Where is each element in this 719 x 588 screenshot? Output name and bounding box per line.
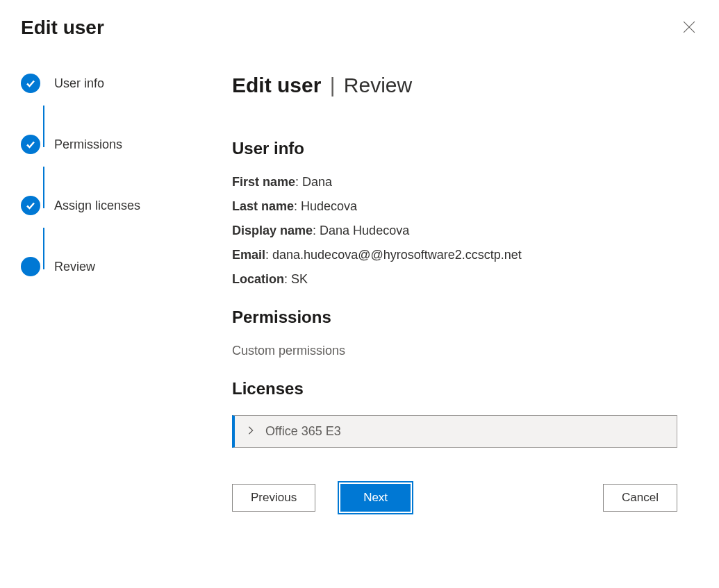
step-completed-icon bbox=[21, 196, 40, 215]
field-value: Dana bbox=[302, 175, 332, 189]
field-location: Location: SK bbox=[232, 272, 677, 287]
main-content: Edit user | Review User info First name:… bbox=[215, 74, 698, 512]
step-label: User info bbox=[54, 76, 104, 91]
close-icon bbox=[683, 21, 695, 36]
chevron-right-icon bbox=[246, 424, 265, 439]
step-connector bbox=[43, 228, 44, 269]
step-connector bbox=[43, 106, 44, 147]
field-value: Hudecova bbox=[301, 199, 357, 213]
step-completed-icon bbox=[21, 135, 40, 154]
next-button[interactable]: Next bbox=[340, 484, 411, 512]
license-name: Office 365 E3 bbox=[265, 424, 341, 439]
section-heading-licenses: Licenses bbox=[232, 379, 677, 398]
step-label: Permissions bbox=[54, 137, 122, 152]
section-heading-user-info: User info bbox=[232, 139, 677, 158]
step-review[interactable]: Review bbox=[21, 257, 215, 276]
field-value: SK bbox=[291, 272, 308, 286]
wizard-stepper: User info Permissions Assign licenses bbox=[21, 74, 215, 512]
page-title-separator: | bbox=[330, 74, 336, 96]
page-title-primary: Edit user bbox=[232, 74, 321, 96]
step-connector bbox=[43, 167, 44, 208]
step-completed-icon bbox=[21, 74, 40, 93]
wizard-buttons: Previous Next Cancel bbox=[232, 484, 677, 512]
field-label: Last name bbox=[232, 199, 294, 213]
step-assign-licenses[interactable]: Assign licenses bbox=[21, 196, 215, 215]
field-last-name: Last name: Hudecova bbox=[232, 199, 677, 214]
field-value: Dana Hudecova bbox=[320, 224, 409, 237]
field-label: First name bbox=[232, 175, 295, 189]
page-title-secondary: Review bbox=[344, 74, 412, 96]
field-label: Display name bbox=[232, 224, 313, 237]
step-label: Review bbox=[54, 260, 95, 274]
panel-title: Edit user bbox=[21, 17, 104, 39]
field-display-name: Display name: Dana Hudecova bbox=[232, 224, 677, 238]
section-heading-permissions: Permissions bbox=[232, 308, 677, 327]
field-first-name: First name: Dana bbox=[232, 175, 677, 190]
field-label: Email bbox=[232, 248, 265, 262]
step-label: Assign licenses bbox=[54, 199, 140, 213]
close-button[interactable] bbox=[680, 18, 698, 38]
step-current-icon bbox=[21, 257, 40, 276]
step-permissions[interactable]: Permissions bbox=[21, 135, 215, 154]
license-item[interactable]: Office 365 E3 bbox=[232, 415, 677, 448]
step-user-info[interactable]: User info bbox=[21, 74, 215, 93]
field-email: Email: dana.hudecova@@hyrosoftware2.ccsc… bbox=[232, 248, 677, 262]
field-value: dana.hudecova@@hyrosoftware2.ccsctp.net bbox=[272, 248, 522, 262]
panel-header: Edit user bbox=[0, 0, 719, 39]
cancel-button[interactable]: Cancel bbox=[603, 484, 677, 512]
previous-button[interactable]: Previous bbox=[232, 484, 315, 512]
page-title: Edit user | Review bbox=[232, 74, 677, 97]
field-label: Location bbox=[232, 272, 284, 286]
permissions-value: Custom permissions bbox=[232, 344, 677, 358]
